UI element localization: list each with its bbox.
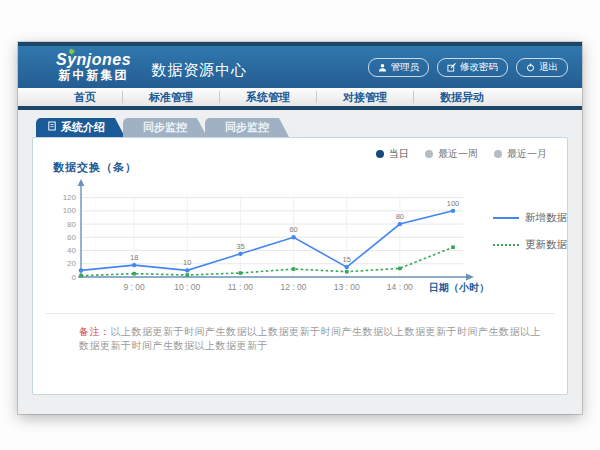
radio-icon — [494, 150, 502, 158]
svg-text:11 : 00: 11 : 00 — [228, 282, 254, 292]
exchange-chart-svg: 0204060801001209 : 0010 : 0011 : 0012 : … — [43, 177, 493, 303]
tab-bar: 系统介绍 同步监控 同步监控 — [36, 118, 568, 137]
page-title: 数据资源中心 — [151, 61, 247, 80]
brand-logo-subtext: 新中新集团 — [56, 69, 131, 82]
nav-item-home[interactable]: 首页 — [48, 86, 122, 108]
chart-region: 0204060801001209 : 0010 : 0011 : 0012 : … — [43, 177, 557, 303]
period-option[interactable]: 最近一月 — [494, 147, 547, 161]
header-actions: 管理员 修改密码 退出 — [368, 58, 569, 77]
svg-text:10 : 00: 10 : 00 — [174, 282, 200, 292]
system-intro-panel: 当日 最近一周 最近一月 数据交换（条） 0204060801001209 : … — [32, 137, 568, 395]
main-nav: 首页 标准管理 系统管理 对接管理 数据异动 — [18, 88, 582, 110]
svg-text:100: 100 — [447, 199, 460, 208]
radio-icon — [425, 150, 433, 158]
svg-text:20: 20 — [67, 259, 76, 268]
edit-icon — [447, 63, 456, 72]
period-filter: 当日 最近一周 最近一月 — [376, 147, 547, 161]
nav-item-system[interactable]: 系统管理 — [220, 86, 316, 108]
period-option[interactable]: 当日 — [376, 147, 409, 161]
dotted-line-swatch-icon — [493, 244, 519, 246]
svg-text:12 : 00: 12 : 00 — [281, 282, 307, 292]
svg-text:14 : 00: 14 : 00 — [387, 282, 413, 292]
change-password-button[interactable]: 修改密码 — [437, 58, 508, 77]
app-header: Synjones 新中新集团 数据资源中心 管理员 修改密码 退出 — [18, 46, 582, 88]
legend-item-updated-data: 更新数据 — [493, 238, 577, 252]
chart-legend: 新增数据 更新数据 — [493, 211, 577, 252]
solid-line-swatch-icon — [493, 217, 519, 219]
content-area: 系统介绍 同步监控 同步监控 当日 最近一周 — [18, 110, 582, 395]
svg-text:80: 80 — [67, 220, 76, 229]
svg-text:15: 15 — [343, 255, 351, 264]
logout-button[interactable]: 退出 — [516, 58, 568, 77]
svg-text:0: 0 — [72, 273, 77, 282]
chart-y-axis-title: 数据交换（条） — [53, 160, 557, 175]
brand-logo-text: Synjones — [56, 52, 131, 69]
svg-text:18: 18 — [130, 253, 138, 262]
admin-user-button[interactable]: 管理员 — [368, 58, 430, 77]
svg-text:9 : 00: 9 : 00 — [124, 282, 146, 292]
tab-sync-monitor-1[interactable]: 同步监控 — [123, 118, 207, 137]
svg-text:35: 35 — [236, 242, 244, 251]
svg-text:120: 120 — [63, 193, 77, 202]
period-option[interactable]: 最近一周 — [425, 147, 478, 161]
footnote-text: 以上数据更新于时间产生数据以上数据更新于时间产生数据以上数据更新于时间产生数据以… — [79, 326, 541, 351]
brand-logo[interactable]: Synjones 新中新集团 — [56, 52, 131, 81]
tab-sync-monitor-2[interactable]: 同步监控 — [205, 118, 289, 137]
svg-text:40: 40 — [67, 246, 76, 255]
document-icon — [48, 118, 56, 137]
footnote-prefix: 备注： — [79, 326, 111, 337]
svg-text:60: 60 — [67, 233, 76, 242]
svg-text:日期（小时）: 日期（小时） — [429, 282, 489, 293]
legend-item-new-data: 新增数据 — [493, 211, 577, 225]
user-icon — [378, 63, 387, 72]
nav-item-standards[interactable]: 标准管理 — [123, 86, 219, 108]
tab-system-intro[interactable]: 系统介绍 — [36, 118, 125, 137]
nav-item-data-changes[interactable]: 数据异动 — [414, 86, 510, 108]
svg-text:10: 10 — [183, 258, 191, 267]
svg-text:100: 100 — [63, 206, 77, 215]
svg-text:60: 60 — [289, 225, 297, 234]
power-icon — [526, 63, 535, 72]
footnote: 备注：以上数据更新于时间产生数据以上数据更新于时间产生数据以上数据更新于时间产生… — [45, 313, 555, 353]
radio-icon — [376, 150, 384, 158]
app-window: Synjones 新中新集团 数据资源中心 管理员 修改密码 退出 首页 标准管… — [18, 42, 582, 414]
svg-text:80: 80 — [396, 212, 404, 221]
svg-text:13 : 00: 13 : 00 — [334, 282, 360, 292]
nav-item-integration[interactable]: 对接管理 — [317, 86, 413, 108]
